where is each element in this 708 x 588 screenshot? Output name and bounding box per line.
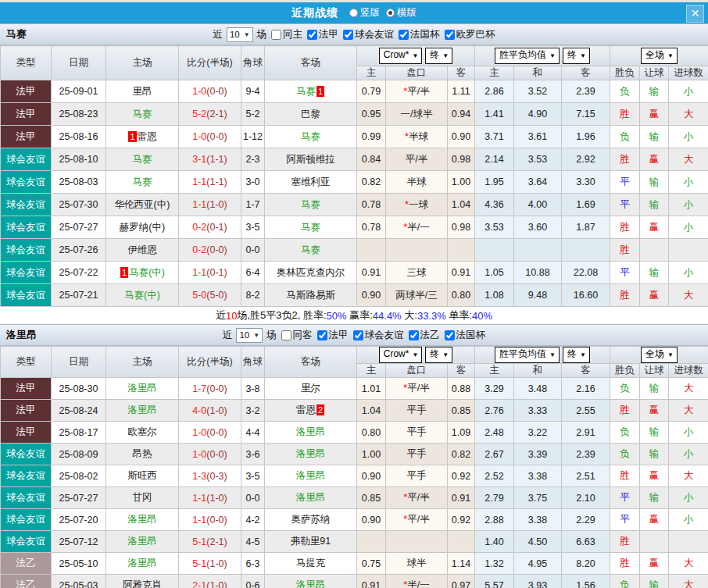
asia-home-odds: 0.82 bbox=[357, 171, 386, 194]
euro-final-select[interactable]: 终▼ bbox=[563, 48, 590, 64]
filter-checkbox-同主[interactable] bbox=[271, 30, 281, 40]
euro-away-odds: 3.30 bbox=[562, 171, 610, 194]
filter-checkbox-法甲[interactable] bbox=[307, 30, 317, 40]
chevron-down-icon: ▼ bbox=[549, 351, 556, 358]
asia-away-odds: 0.80 bbox=[448, 284, 475, 307]
filter-checkbox-欧罗巴杯[interactable] bbox=[445, 30, 455, 40]
handicap-value: 半球 bbox=[409, 131, 428, 142]
table-head: 类型日期主场比分(半场)角球客场Crow*▼终▼胜平负均值▼终▼全场▼主盘口客主… bbox=[1, 347, 708, 378]
record-summary: 近10场,胜5平3负2, 胜率:50% 赢率:44.4% 大:33.3% 单率:… bbox=[0, 307, 708, 324]
asia-handicap: *半/一 bbox=[386, 575, 448, 588]
euro-draw-odds: 9.48 bbox=[514, 284, 562, 307]
match-count-select[interactable]: 10▼ bbox=[227, 27, 253, 42]
filter-checkbox-法甲[interactable] bbox=[317, 330, 327, 340]
away-team-name: 巴黎 bbox=[301, 109, 320, 119]
euro-avg-select[interactable]: 胜平负均值▼ bbox=[495, 48, 560, 64]
odds-source-select[interactable]: Crow*▼ bbox=[379, 48, 423, 64]
filter-checkbox-同客[interactable] bbox=[281, 330, 291, 340]
match-count-select[interactable]: 10▼ bbox=[236, 328, 263, 343]
summary-segment: 大: bbox=[402, 308, 417, 323]
euro-final-select[interactable]: 终▼ bbox=[563, 347, 590, 363]
date-cell: 25-05-10 bbox=[52, 553, 106, 575]
full-match-select[interactable]: 全场▼ bbox=[641, 48, 678, 64]
date-cell: 25-08-03 bbox=[52, 171, 106, 194]
score-cell: 1-3(0-3) bbox=[179, 465, 241, 487]
asia-final-select[interactable]: 终▼ bbox=[425, 347, 452, 363]
full-match-select[interactable]: 全场▼ bbox=[641, 347, 678, 363]
asia-handicap: 平/半 bbox=[386, 148, 448, 171]
home-team-name: 赫罗纳(中) bbox=[120, 222, 165, 233]
col-header-corner: 角球 bbox=[241, 347, 265, 378]
euro-draw-odds: 3.33 bbox=[514, 400, 562, 422]
asia-final-select[interactable]: 终▼ bbox=[425, 48, 452, 64]
euro-home-odds: 1.41 bbox=[475, 103, 514, 126]
away-team: 马赛 bbox=[265, 239, 357, 262]
home-team: 1雷恩 bbox=[106, 126, 179, 148]
away-team-name: 马赛 bbox=[301, 199, 320, 210]
filter-checkbox-法乙[interactable] bbox=[409, 330, 419, 340]
home-team-name: 华伦西亚(中) bbox=[115, 199, 170, 210]
away-team: 马斯路易斯 bbox=[265, 284, 357, 307]
euro-home-odds: 2.14 bbox=[475, 148, 514, 171]
home-team: 伊维恩 bbox=[106, 239, 179, 262]
league-cell: 法甲 bbox=[1, 378, 52, 400]
matches-table: 类型日期主场比分(半场)角球客场Crow*▼终▼胜平负均值▼终▼全场▼主盘口客主… bbox=[0, 346, 708, 588]
euro-odds-group-header: 胜平负均值▼终▼ bbox=[475, 46, 610, 66]
asia-final-select-label: 终 bbox=[430, 348, 439, 359]
euro-home-odds: 2.48 bbox=[475, 422, 514, 444]
horizontal-layout-radio[interactable] bbox=[386, 9, 395, 17]
horizontal-layout-label[interactable]: 横版 bbox=[397, 6, 417, 20]
euro-draw-odds: 3.39 bbox=[514, 444, 562, 465]
results-group-header: 全场▼ bbox=[610, 46, 708, 66]
euro-away-odds: 2.29 bbox=[562, 509, 610, 531]
score-cell: 3-1(1-1) bbox=[179, 148, 241, 171]
handicap-result bbox=[640, 531, 669, 553]
asia-away-odds: 0.92 bbox=[448, 509, 475, 531]
table-row: 球会友谊25-08-03马赛1-1(1-1)3-0塞维利亚0.82半球1.001… bbox=[1, 171, 708, 194]
asia-away-odds: 0.82 bbox=[448, 444, 475, 465]
odds-source-select[interactable]: Crow*▼ bbox=[379, 347, 423, 363]
outcome-result: 胜 bbox=[610, 103, 640, 126]
euro-avg-select[interactable]: 胜平负均值▼ bbox=[495, 347, 560, 363]
fulltime-score: 1-7 bbox=[192, 383, 206, 394]
asia-home-odds: 0.79 bbox=[357, 80, 386, 103]
table-row: 球会友谊25-07-221马赛(中)1-1(0-1)6-4奥林匹克查内尔0.91… bbox=[1, 262, 708, 284]
asia-away-odds: 0.91 bbox=[448, 487, 475, 509]
away-team-name: 洛里昂 bbox=[296, 426, 326, 437]
date-cell: 25-07-21 bbox=[52, 284, 106, 307]
asia-final-select-label: 终 bbox=[430, 49, 439, 60]
league-cell: 法甲 bbox=[1, 422, 52, 444]
col-header-euro-home: 主 bbox=[475, 66, 514, 80]
filter-checkbox-法国杯[interactable] bbox=[445, 330, 455, 340]
score-cell: 5-1(1-0) bbox=[179, 553, 241, 575]
outcome-result: 胜 bbox=[610, 553, 640, 575]
filter-checkbox-球会友谊[interactable] bbox=[353, 330, 363, 340]
handicap-result bbox=[640, 239, 669, 262]
filter-checkbox-球会友谊[interactable] bbox=[343, 30, 353, 40]
away-team: 里尔 bbox=[265, 378, 357, 400]
euro-avg-select-label: 胜平负均值 bbox=[499, 348, 546, 359]
vertical-layout-radio[interactable] bbox=[349, 9, 358, 17]
score-cell: 1-0(0-0) bbox=[179, 80, 241, 103]
asia-away-odds: 1.14 bbox=[448, 553, 475, 575]
corner-cell: 3-5 bbox=[241, 216, 265, 239]
vertical-layout-label[interactable]: 竖版 bbox=[360, 6, 380, 20]
goals-result: 大 bbox=[669, 378, 708, 400]
away-team-name: 洛里昂 bbox=[296, 579, 326, 588]
date-cell: 25-07-27 bbox=[52, 216, 106, 239]
outcome-result: 平 bbox=[610, 262, 640, 284]
results-group-header: 全场▼ bbox=[610, 347, 708, 364]
filter-checkbox-法国杯[interactable] bbox=[399, 30, 409, 40]
league-cell: 球会友谊 bbox=[1, 284, 52, 307]
handicap-result: 输 bbox=[640, 378, 669, 400]
league-cell: 球会友谊 bbox=[1, 465, 52, 487]
handicap-result: 输 bbox=[640, 444, 669, 465]
date-cell: 25-08-10 bbox=[52, 148, 106, 171]
summary-segment: 33.3% bbox=[417, 310, 446, 322]
away-team-name: 马提克 bbox=[296, 558, 326, 568]
handicap-result: 输 bbox=[640, 262, 669, 284]
score-cell: 5-1(2-1) bbox=[179, 531, 241, 553]
goals-result: 小 bbox=[669, 422, 708, 444]
close-icon[interactable]: ✕ bbox=[686, 5, 704, 23]
corner-cell: 5-2 bbox=[241, 103, 265, 126]
